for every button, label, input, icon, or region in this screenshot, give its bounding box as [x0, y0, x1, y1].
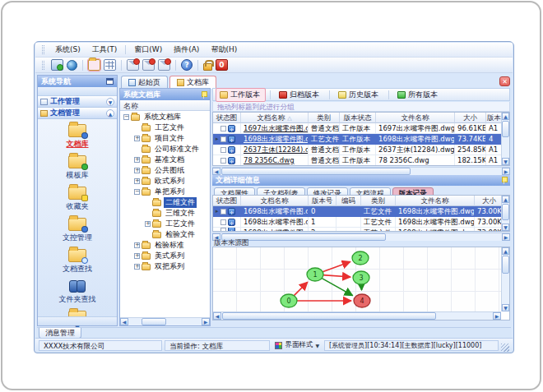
folder-view-icon[interactable]: [88, 59, 100, 71]
tree-node-美式系列[interactable]: +美式系列: [120, 251, 210, 261]
sidebar-scroll-down[interactable]: ▼: [38, 316, 117, 325]
scroll-left-icon[interactable]: ◀: [212, 168, 220, 175]
sidebar-item-模板库[interactable]: 模板库: [38, 155, 117, 181]
table-vertical-scrollbar[interactable]: ▲▼: [501, 113, 509, 165]
tree-node-欧式系列[interactable]: +欧式系列: [120, 176, 210, 187]
scroll-down-icon[interactable]: ▼: [502, 158, 509, 165]
table-row[interactable]: 2637主体(12284).dwg普通文档工作版本2637主体(12284).d…: [213, 145, 509, 155]
tree-node-检验标准[interactable]: +检验标准: [120, 240, 210, 251]
tree-node-单把系列[interactable]: −单把系列: [120, 187, 210, 197]
scroll-right-icon[interactable]: ▶: [202, 318, 210, 325]
tree-node-系统文档库[interactable]: −系统文档库: [120, 112, 210, 122]
expand-icon[interactable]: +: [134, 168, 140, 173]
column-header-状态图[interactable]: 状态图: [213, 196, 241, 206]
lock-icon[interactable]: [203, 63, 212, 71]
scroll-down-icon[interactable]: ▼: [502, 304, 509, 311]
column-header-编码[interactable]: 编码: [336, 196, 361, 206]
table-row[interactable]: 1698出水嘴零件图.dwg2工艺文件1698出水嘴零件图.dwg73.00KB…: [213, 228, 509, 232]
tree-column-header[interactable]: 名称: [120, 100, 210, 111]
version-table-horizontal-scrollbar[interactable]: ◀ ▶: [212, 233, 510, 241]
resize-grip[interactable]: [501, 344, 509, 352]
scroll-up-icon[interactable]: ▲: [502, 247, 509, 255]
column-header-大小[interactable]: 大小: [455, 113, 486, 123]
column-header-版本状态[interactable]: 版本状态: [340, 113, 376, 123]
table-row[interactable]: 1697出水嘴零件图.dwg普通文档工作版本1697出水嘴零件图.dwg96.6…: [213, 123, 509, 134]
column-header-文档名称[interactable]: 文档名称: [241, 196, 309, 206]
sidebar-item-签出的文档[interactable]: 签出的文档: [38, 311, 117, 316]
sidebar-scroll-up[interactable]: ▲: [38, 87, 117, 96]
interface-style-dropdown[interactable]: 界面样式 ▼: [272, 340, 322, 350]
scrollbar-thumb[interactable]: [221, 168, 411, 175]
checkbox-icon[interactable]: [220, 219, 226, 225]
column-header-文件名称[interactable]: 文件名称: [376, 113, 455, 123]
version-node-3[interactable]: 3: [353, 271, 369, 284]
scroll-right-icon[interactable]: ▶: [502, 168, 510, 175]
sidebar-group-0[interactable]: 工作管理 ▼: [38, 96, 117, 108]
chevron-down-icon[interactable]: ▼: [106, 98, 114, 106]
button-归档版本[interactable]: 归档版本: [275, 88, 325, 102]
help-icon[interactable]: ?: [181, 59, 193, 71]
checkbox-icon[interactable]: [220, 147, 226, 153]
column-header-文件名称[interactable]: 文件名称: [396, 196, 475, 206]
expand-icon[interactable]: +: [134, 157, 140, 163]
checkbox-icon[interactable]: [220, 126, 226, 131]
tree-node-项目文件[interactable]: +项目文件: [120, 133, 210, 144]
version-graph-canvas[interactable]: 0 1 2 3 4: [213, 247, 501, 311]
column-header-文档名称[interactable]: 文档名称△: [241, 113, 309, 123]
collapse-icon[interactable]: −: [123, 114, 129, 120]
checkbox-icon[interactable]: [220, 209, 226, 214]
mail-checkin-icon[interactable]: [127, 59, 139, 71]
globe-icon[interactable]: [67, 60, 77, 71]
expand-icon[interactable]: +: [134, 253, 140, 259]
scroll-right-icon[interactable]: ▶: [493, 312, 501, 320]
chevron-up-icon[interactable]: ▲: [106, 109, 114, 118]
button-历史版本[interactable]: 历史版本: [334, 88, 384, 102]
graph-horizontal-scrollbar[interactable]: ◀ ▶: [213, 311, 501, 320]
version-node-2[interactable]: 2: [352, 251, 369, 265]
menu-item-2[interactable]: 窗口(W): [128, 43, 168, 57]
tree-node-检验文件[interactable]: 检验文件: [120, 229, 210, 240]
tree-horizontal-scrollbar[interactable]: ◀ ▶: [120, 317, 210, 325]
scrollbar-thumb[interactable]: [222, 312, 436, 320]
tree-node-二维文件[interactable]: 二维文件: [120, 197, 210, 208]
table-row[interactable]: 78 2356C.dwg普通文档工作版本78 2356C.dwg182.15KB…: [213, 155, 509, 166]
collapse-icon[interactable]: −: [134, 189, 140, 195]
scrollbar-thumb[interactable]: [502, 256, 509, 274]
checkbox-icon[interactable]: [220, 228, 226, 232]
expand-icon[interactable]: +: [134, 242, 140, 248]
tree-node-双把系列[interactable]: +双把系列: [120, 261, 210, 272]
scroll-left-icon[interactable]: ◀: [120, 318, 128, 325]
version-node-4[interactable]: 4: [354, 294, 370, 307]
checkbox-icon[interactable]: [220, 158, 226, 164]
scroll-up-icon[interactable]: ▲: [502, 113, 509, 120]
sidebar-item-文档库[interactable]: 文档库: [38, 124, 117, 150]
button-所有版本[interactable]: 所有版本: [393, 88, 443, 102]
scroll-left-icon[interactable]: ◀: [213, 312, 221, 320]
sidebar-item-收藏夹[interactable]: 收藏夹: [38, 187, 117, 212]
sidebar-item-文件夹查找[interactable]: 文件夹查找: [38, 280, 117, 305]
tree-node-工艺文件[interactable]: +工艺文件: [120, 219, 210, 229]
graph-vertical-scrollbar[interactable]: ▲ ▼: [501, 247, 509, 311]
mail-alert-icon[interactable]: [158, 59, 170, 71]
column-header-类别[interactable]: 类别: [309, 113, 340, 123]
sidebar-item-文档查找[interactable]: 文档查找: [38, 249, 117, 274]
scrollbar-thumb[interactable]: [502, 121, 509, 137]
scroll-up-icon[interactable]: ▲: [502, 196, 509, 203]
menu-item-4[interactable]: 帮助(H): [205, 43, 243, 57]
expand-icon[interactable]: +: [134, 264, 140, 270]
scrollbar-thumb[interactable]: [502, 204, 509, 220]
tree-node-三维文件[interactable]: 三维文件: [120, 208, 210, 219]
version-node-1[interactable]: 1: [307, 268, 323, 281]
documents-table-horizontal-scrollbar[interactable]: ◀ ▶: [212, 167, 510, 175]
grid-view-icon[interactable]: [104, 59, 116, 71]
pin-icon[interactable]: [501, 177, 507, 184]
table-row[interactable]: ▸1698出水嘴零件图.dwg工艺文件工作版本1698出水嘴零件图.dwg73.…: [213, 134, 509, 145]
tree-node-公共图纸[interactable]: +公共图纸: [120, 165, 210, 176]
tab-起始页[interactable]: 起始页: [121, 76, 168, 88]
table-row[interactable]: 1698出水嘴零件图.dwg1工艺文件1698出水嘴零件图.dwg73.00KB…: [213, 217, 509, 228]
button-工作版本[interactable]: 工作版本: [216, 88, 266, 102]
version-node-0[interactable]: 0: [281, 294, 297, 307]
scrollbar-thumb[interactable]: [142, 318, 166, 325]
menu-item-1[interactable]: 工具(T): [86, 43, 123, 57]
expand-icon[interactable]: +: [145, 221, 151, 227]
